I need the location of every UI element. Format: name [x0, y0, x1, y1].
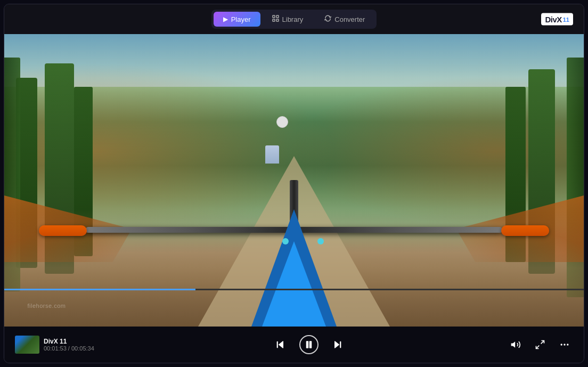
volume-button[interactable] — [507, 336, 524, 353]
svg-marker-4 — [279, 341, 283, 348]
thumb-inner — [15, 336, 39, 354]
progress-bar-container[interactable] — [4, 289, 584, 290]
pause-button[interactable] — [299, 335, 318, 354]
video-scene: filehorse.com — [4, 34, 584, 327]
library-tab-icon — [272, 15, 279, 23]
tab-converter[interactable]: Converter — [315, 12, 374, 27]
svg-rect-3 — [276, 19, 279, 21]
rider-head — [276, 116, 288, 128]
skip-back-button[interactable] — [272, 336, 289, 353]
volume-icon — [510, 339, 521, 350]
player-tab-icon: ▶ — [223, 15, 228, 23]
bike-light-right — [317, 238, 324, 244]
skip-forward-button[interactable] — [329, 336, 346, 353]
skip-back-icon — [275, 340, 285, 349]
svg-marker-10 — [511, 341, 516, 348]
right-controls — [507, 336, 573, 353]
tab-player[interactable]: ▶ Player — [214, 12, 260, 27]
grip-left — [39, 225, 87, 236]
logo-area: DivX 11 — [541, 13, 573, 26]
svg-line-11 — [541, 341, 544, 344]
divx-logo: DivX 11 — [541, 13, 573, 26]
svg-marker-8 — [335, 341, 339, 348]
thumbnail-area: DivX 11 00:01:53 / 00:05:34 — [15, 336, 111, 354]
tab-converter-label: Converter — [334, 15, 365, 23]
tab-player-label: Player — [231, 15, 251, 23]
nav-tabs: ▶ Player Library — [211, 10, 377, 29]
svg-rect-6 — [307, 341, 308, 348]
converter-tab-icon — [324, 15, 331, 23]
watermark: filehorse.com — [28, 303, 66, 309]
svg-rect-0 — [273, 15, 275, 18]
logo-number: 11 — [563, 16, 569, 22]
app-window: ▶ Player Library — [4, 4, 584, 363]
track-title: DivX 11 — [44, 338, 94, 345]
video-canvas: filehorse.com — [4, 34, 584, 327]
track-thumbnail — [15, 336, 39, 354]
fullscreen-button[interactable] — [532, 336, 549, 353]
tab-library[interactable]: Library — [263, 12, 313, 27]
grip-right — [501, 225, 549, 236]
track-time: 00:01:53 / 00:05:34 — [44, 345, 94, 352]
center-controls — [117, 335, 501, 354]
svg-rect-1 — [276, 15, 279, 18]
svg-rect-2 — [273, 19, 275, 21]
svg-rect-7 — [310, 341, 312, 348]
progress-fill — [4, 289, 195, 290]
bike-frame-inner — [262, 241, 326, 327]
svg-point-13 — [561, 344, 562, 345]
svg-point-15 — [567, 344, 568, 345]
pause-icon — [304, 340, 314, 349]
logo-divx-text: DivX — [545, 15, 561, 24]
video-area[interactable]: filehorse.com — [4, 34, 584, 327]
svg-point-14 — [564, 344, 565, 345]
rider-body — [265, 145, 279, 164]
track-info: DivX 11 00:01:53 / 00:05:34 — [44, 338, 94, 352]
tab-library-label: Library — [282, 15, 304, 23]
more-icon — [559, 339, 570, 350]
more-options-button[interactable] — [556, 336, 573, 353]
fullscreen-icon — [535, 339, 545, 350]
controls-bar: DivX 11 00:01:53 / 00:05:34 — [4, 327, 584, 363]
svg-line-12 — [536, 346, 540, 349]
title-bar: ▶ Player Library — [4, 4, 584, 34]
skip-forward-icon — [333, 340, 342, 349]
